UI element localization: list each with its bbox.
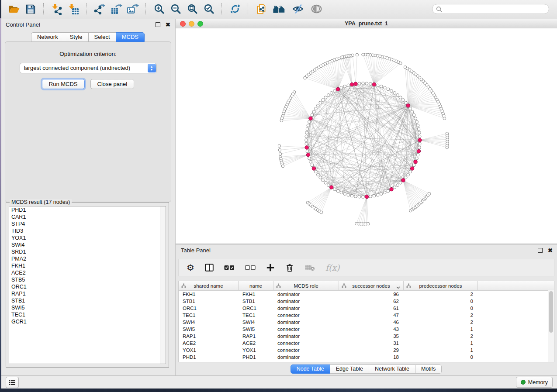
first-neighbors-button[interactable] (271, 2, 287, 16)
settings-gear-button[interactable]: ⚙ (187, 263, 194, 272)
save-session-button[interactable] (24, 2, 38, 16)
cell-successor-nodes: 47 (339, 312, 404, 319)
list-item[interactable]: TEC1 (9, 311, 166, 318)
cell-name: RAP1 (239, 333, 273, 340)
delete-column-button[interactable] (285, 263, 294, 272)
table-row[interactable]: PHD1PHD1dominator180 (179, 354, 554, 361)
cell-successor-nodes: 18 (339, 354, 404, 361)
refresh-icon (230, 3, 241, 14)
network-canvas[interactable] (176, 28, 557, 244)
list-item[interactable]: SWI5 (9, 304, 166, 311)
mcds-list-scrollbar[interactable] (160, 206, 166, 364)
export-network-button[interactable] (93, 2, 107, 16)
list-item[interactable]: ORC1 (9, 283, 166, 290)
column-header-shared-name[interactable]: shared name (179, 281, 239, 290)
hide-graphics-details-button[interactable] (290, 2, 306, 16)
select-all-button[interactable] (224, 265, 235, 270)
houses-icon (272, 4, 286, 14)
table-row[interactable]: YOX1YOX1connector291 (179, 347, 554, 354)
apply-function-button[interactable]: f(x) (325, 263, 340, 272)
table-row[interactable]: ACE2ACE2connector311 (179, 340, 554, 347)
tab-style[interactable]: Style (64, 32, 89, 42)
clone-network-button[interactable] (254, 2, 268, 16)
float-table-panel-icon[interactable] (538, 248, 543, 253)
table-row[interactable]: TEC1TEC1connector472 (179, 312, 554, 319)
add-column-button[interactable] (266, 263, 275, 272)
table-row[interactable]: FKH1FKH1dominator962 (179, 291, 554, 298)
list-icon (9, 379, 16, 385)
tab-node-table[interactable]: Node Table (291, 364, 330, 374)
mcds-result-items: PHD1CAR1STP4TID3YOX1SWI4SRD1PMA2FKH1ACE2… (9, 206, 166, 325)
mcds-result-list[interactable]: PHD1CAR1STP4TID3YOX1SWI4SRD1PMA2FKH1ACE2… (9, 206, 166, 364)
tab-select[interactable]: Select (88, 32, 116, 42)
export-table-button[interactable] (109, 2, 123, 16)
import-network-button[interactable] (50, 2, 64, 16)
zoom-out-button[interactable] (169, 2, 183, 16)
list-item[interactable]: YOX1 (9, 234, 166, 241)
list-item[interactable]: STB5 (9, 276, 166, 283)
split-panel-button[interactable] (205, 264, 214, 272)
search-input[interactable] (442, 6, 540, 13)
list-item[interactable]: STP4 (9, 220, 166, 227)
cell-predecessor-nodes: 0 (404, 354, 478, 361)
list-item[interactable]: PHD1 (9, 206, 166, 213)
column-header-mcds-role[interactable]: MCDS role (273, 281, 339, 290)
table-panel-title: Table Panel (181, 247, 211, 254)
list-item[interactable]: SRD1 (9, 248, 166, 255)
tab-motifs[interactable]: Motifs (415, 364, 442, 374)
memory-button[interactable]: Memory (516, 377, 553, 388)
automation-panel-button[interactable] (6, 377, 19, 388)
cell-mcds-role: connector (273, 312, 339, 319)
export-image-button[interactable] (126, 2, 140, 16)
tab-mcds[interactable]: MCDS (116, 32, 145, 42)
deselect-all-button[interactable] (245, 265, 256, 270)
column-header-name[interactable]: name (239, 281, 273, 290)
list-item[interactable]: CAR1 (9, 213, 166, 220)
optimization-criterion-select[interactable]: largest connected component (undirected)… (20, 63, 157, 73)
delete-table-button[interactable] (304, 264, 315, 271)
select-stepper-icon: ▲▼ (148, 64, 156, 72)
close-panel-button[interactable]: Close panel (90, 79, 135, 89)
table-row[interactable]: ORC1ORC1dominator610 (179, 305, 554, 312)
list-item[interactable]: GCR1 (9, 318, 166, 325)
list-item[interactable]: FKH1 (9, 262, 166, 269)
close-table-panel-icon[interactable]: ✖ (548, 248, 553, 252)
list-item[interactable]: ACE2 (9, 269, 166, 276)
list-item[interactable]: SWI4 (9, 241, 166, 248)
zoom-fit-button[interactable] (185, 2, 199, 16)
cell-name: SWI4 (239, 319, 273, 326)
cell-name: STB1 (239, 298, 273, 305)
list-item[interactable]: PMA2 (9, 255, 166, 262)
refresh-button[interactable] (228, 2, 242, 16)
zoom-selected-button[interactable] (202, 2, 216, 16)
network-graph[interactable] (176, 28, 554, 244)
table-row[interactable]: STB1STB1dominator620 (179, 298, 554, 305)
table-scrollbar-thumb[interactable] (549, 291, 553, 333)
control-panel-tabs: NetworkStyleSelectMCDS (1, 32, 175, 42)
cell-shared-name: FKH1 (179, 291, 239, 298)
table-row[interactable]: SWI4SWI4dominator462 (179, 319, 554, 326)
list-item[interactable]: RAP1 (9, 290, 166, 297)
tab-network[interactable]: Network (31, 32, 64, 42)
search-field[interactable] (432, 4, 549, 14)
tab-network-table[interactable]: Network Table (369, 364, 415, 374)
zoom-in-button[interactable] (152, 2, 166, 16)
show-graphics-details-button[interactable] (308, 2, 324, 16)
list-item[interactable]: TID3 (9, 227, 166, 234)
cell-mcds-role: dominator (273, 298, 339, 305)
table-row[interactable]: RAP1RAP1dominator352 (179, 333, 554, 340)
table-row[interactable]: SWI5SWI5connector431 (179, 326, 554, 333)
tab-edge-table[interactable]: Edge Table (330, 364, 369, 374)
run-mcds-button[interactable]: Run MCDS (42, 79, 85, 89)
import-table-button[interactable] (66, 2, 80, 16)
close-panel-icon[interactable]: ✖ (166, 23, 170, 27)
open-session-button[interactable] (7, 2, 21, 16)
list-item[interactable]: STB1 (9, 297, 166, 304)
float-panel-icon[interactable] (156, 22, 160, 27)
column-header-predecessor-nodes[interactable]: predecessor nodes (404, 281, 478, 290)
control-panel-title: Control Panel (6, 21, 40, 28)
table-scrollbar[interactable] (548, 290, 554, 362)
cell-mcds-role: connector (273, 340, 339, 347)
network-titlebar[interactable]: YPA_prune.txt_1 (176, 19, 557, 29)
column-header-successor-nodes[interactable]: successor nodes (339, 281, 404, 290)
